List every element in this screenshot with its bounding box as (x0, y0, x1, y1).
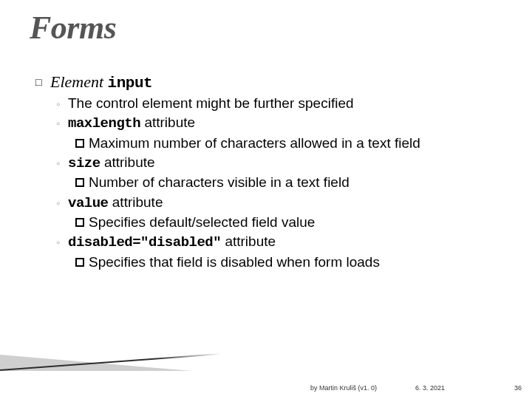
attr-code: maxlength (68, 115, 140, 132)
bullet-text: Specifies that field is disabled when fo… (89, 253, 380, 271)
bullet-maxlength: ◦ maxlength attribute (56, 114, 501, 132)
heading-prefix: Element (50, 72, 108, 91)
bullet-text: Number of characters visible in a text f… (89, 174, 349, 191)
circle-bullet-icon: ◦ (56, 97, 68, 111)
attr-code: size (68, 155, 100, 171)
bullet-disabled: ◦ disabled="disabled" attribute (56, 233, 501, 251)
bullet-size: ◦ size attribute (56, 154, 501, 172)
bullet-disabled-desc: Specifies that field is disabled when fo… (75, 253, 501, 271)
footer-date: 6. 3. 2021 (415, 384, 445, 392)
attr-suffix: attribute (221, 233, 276, 249)
bullet-value: ◦ value attribute (56, 194, 501, 212)
circle-bullet-icon: ◦ (56, 116, 68, 130)
bullet-maxlength-desc: Maximum number of characters allowed in … (75, 134, 501, 152)
heading-element-input: □ Element input (35, 72, 501, 92)
attr-suffix: attribute (109, 194, 163, 210)
attr-suffix: attribute (100, 154, 155, 170)
square-bullet-icon (75, 257, 89, 270)
attr-code: disabled="disabled" (68, 234, 221, 250)
circle-bullet-icon: ◦ (56, 235, 68, 249)
square-bullet-icon (75, 217, 89, 231)
square-bullet-icon: □ (35, 76, 50, 88)
square-bullet-icon (75, 177, 89, 191)
footer-author: by Martin Kruliš (v1. 0) (310, 384, 377, 392)
bullet-value-desc: Specifies default/selected field value (75, 214, 501, 231)
slide-title: Forms (30, 9, 116, 47)
square-bullet-icon (75, 138, 89, 151)
bullet-text: Specifies default/selected field value (89, 214, 315, 231)
circle-bullet-icon: ◦ (56, 156, 68, 170)
bullet-size-desc: Number of characters visible in a text f… (75, 174, 501, 191)
bullet-text: Maximum number of characters allowed in … (89, 134, 420, 152)
slide-body: □ Element input ◦ The control element mi… (35, 72, 501, 273)
slide-decoration (0, 334, 222, 371)
heading-code: input (108, 75, 153, 92)
footer-page-number: 36 (514, 384, 522, 392)
bullet-control-specified: ◦ The control element might be further s… (56, 95, 501, 112)
attr-code: value (68, 195, 109, 211)
circle-bullet-icon: ◦ (56, 196, 68, 210)
bullet-text: The control element might be further spe… (68, 95, 501, 112)
attr-suffix: attribute (140, 115, 195, 130)
